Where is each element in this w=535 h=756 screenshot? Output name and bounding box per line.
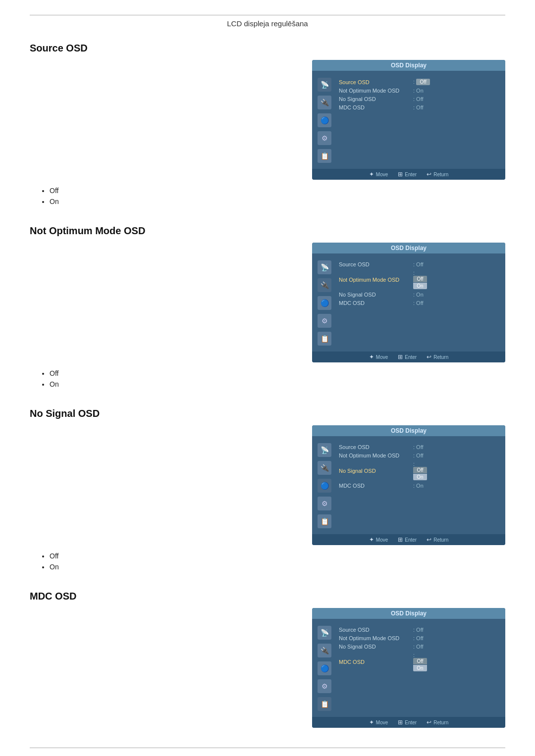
footer-enter-label-2: Enter <box>405 354 417 360</box>
section-not-optimum: Not Optimum Mode OSD OSD Display 📡 🔌 🔵 ⚙… <box>30 225 505 388</box>
off-val-notopt: Off <box>413 276 427 282</box>
enter-icon-3: ⊞ <box>398 536 403 543</box>
osd-footer-2: ✦ Move ⊞ Enter ↩ Return <box>312 352 505 362</box>
bullet-item-off-1: Off <box>50 187 505 195</box>
osd-title-bar-3: OSD Display <box>312 425 505 436</box>
move-icon-2: ✦ <box>369 353 374 360</box>
icon-doc-2: 📋 <box>318 332 331 346</box>
icon-tv-3: 📡 <box>318 443 331 457</box>
osd-menu-row-3-0: Source OSD : Off <box>339 444 501 450</box>
bullet-item-off-3: Off <box>50 552 505 560</box>
icon-doc-4: 📋 <box>318 697 331 711</box>
section-no-signal: No Signal OSD OSD Display 📡 🔌 🔵 ⚙ 📋 Sour… <box>30 408 505 571</box>
osd-value-notopt-4: : Off <box>413 635 424 641</box>
osd-title-bar-4: OSD Display <box>312 608 505 619</box>
osd-menu-row-2-3: MDC OSD : Off <box>339 300 501 306</box>
osd-value-source: : Off <box>413 79 430 85</box>
footer-move-1: ✦ Move <box>369 171 388 178</box>
return-icon-1: ↩ <box>427 171 431 178</box>
icon-doc-3: 📋 <box>318 514 331 528</box>
on-val-mdc: On <box>413 665 427 671</box>
return-icon-3: ↩ <box>427 536 431 543</box>
section-source-osd: Source OSD OSD Display 📡 🔌 🔵 ⚙ 📋 <box>30 43 505 205</box>
osd-menu-row-3: MDC OSD : Off <box>339 104 501 110</box>
footer-move-label-3: Move <box>376 537 388 543</box>
footer-return-4: ↩ Return <box>427 719 448 726</box>
osd-menu-row-4-0: Source OSD : Off <box>339 627 501 633</box>
bullet-list-1: Off On <box>40 187 505 205</box>
footer-enter-label-1: Enter <box>405 172 417 177</box>
icon-cable-1: 🔌 <box>318 96 331 109</box>
icon-circle-1: 🔵 <box>318 113 331 127</box>
footer-return-label-2: Return <box>433 354 448 360</box>
footer-move-label-1: Move <box>376 172 388 177</box>
osd-label-notopt-3: Not Optimum Mode OSD <box>339 453 413 458</box>
osd-panel-4: OSD Display 📡 🔌 🔵 ⚙ 📋 Source OSD : Off <box>312 608 505 728</box>
bullet-item-on-3: On <box>50 563 505 571</box>
move-icon-1: ✦ <box>369 171 374 178</box>
osd-menu-row-3-3: MDC OSD : On <box>339 483 501 489</box>
bullet-item-on-2: On <box>50 380 505 388</box>
osd-label-nosig-4: No Signal OSD <box>339 644 413 650</box>
osd-value-notopt-1: : On <box>413 88 424 94</box>
section-body-not-optimum: OSD Display 📡 🔌 🔵 ⚙ 📋 Source OSD : Off <box>30 243 505 362</box>
osd-menu-row-4-1: Not Optimum Mode OSD : Off <box>339 635 501 641</box>
section-heading-mdc-osd: MDC OSD <box>30 591 505 602</box>
osd-footer-3: ✦ Move ⊞ Enter ↩ Return <box>312 534 505 545</box>
osd-icons-3: 📡 🔌 🔵 ⚙ 📋 <box>312 441 337 530</box>
footer-return-label-4: Return <box>433 720 448 725</box>
section-heading-no-signal: No Signal OSD <box>30 408 505 419</box>
osd-label-mdc-2: MDC OSD <box>339 300 413 306</box>
osd-footer-4: ✦ Move ⊞ Enter ↩ Return <box>312 717 505 728</box>
icon-circle-3: 🔵 <box>318 479 331 493</box>
footer-enter-2: ⊞ Enter <box>398 353 417 360</box>
icon-doc-1: 📋 <box>318 149 331 163</box>
section-body-no-signal: OSD Display 📡 🔌 🔵 ⚙ 📋 Source OSD : Off <box>30 425 505 545</box>
icon-tv-1: 📡 <box>318 78 331 92</box>
icon-cable-3: 🔌 <box>318 461 331 475</box>
osd-icons-1: 📡 🔌 🔵 ⚙ 📋 <box>312 76 337 165</box>
osd-stack-mdc: OffOn <box>413 658 427 671</box>
osd-menu-row-3-1: Not Optimum Mode OSD : Off <box>339 453 501 458</box>
icon-circle-4: 🔵 <box>318 661 331 675</box>
osd-title-bar-1: OSD Display <box>312 60 505 71</box>
section-body-source-osd: OSD Display 📡 🔌 🔵 ⚙ 📋 Source OSD : Off <box>30 60 505 180</box>
enter-icon-2: ⊞ <box>398 353 403 360</box>
footer-move-label-4: Move <box>376 720 388 725</box>
return-icon-4: ↩ <box>427 719 431 726</box>
enter-icon-1: ⊞ <box>398 171 403 178</box>
return-icon-2: ↩ <box>427 353 431 360</box>
osd-menu-row-4-3: MDC OSD : OffOn <box>339 652 501 671</box>
bullet-list-3: Off On <box>40 552 505 571</box>
osd-value-source-2: : Off <box>413 261 424 267</box>
osd-content-1: 📡 🔌 🔵 ⚙ 📋 Source OSD : Off <box>312 71 505 165</box>
enter-icon-4: ⊞ <box>398 719 403 726</box>
osd-label-source-2: Source OSD <box>339 261 413 267</box>
osd-value-nosig-1: : Off <box>413 96 424 102</box>
icon-circle-2: 🔵 <box>318 296 331 310</box>
icon-cable-2: 🔌 <box>318 278 331 292</box>
osd-label-notopt-2: Not Optimum Mode OSD <box>339 277 413 283</box>
osd-footer-1: ✦ Move ⊞ Enter ↩ Return <box>312 169 505 180</box>
footer-return-2: ↩ Return <box>427 353 448 360</box>
osd-stack-notopt: OffOn <box>413 276 427 289</box>
osd-label-source: Source OSD <box>339 79 413 85</box>
osd-value-source-4: : Off <box>413 627 424 633</box>
bullet-item-off-2: Off <box>50 369 505 377</box>
osd-label-nosig-3: No Signal OSD <box>339 468 413 474</box>
osd-menu-row-2-1: Not Optimum Mode OSD : OffOn <box>339 270 501 289</box>
footer-return-label-1: Return <box>433 172 448 177</box>
footer-enter-label-3: Enter <box>405 537 417 543</box>
on-val-nosig: On <box>413 474 427 480</box>
page-container: LCD displeja regulēšana Source OSD OSD D… <box>0 15 535 748</box>
footer-enter-label-4: Enter <box>405 720 417 725</box>
osd-label-notopt-4: Not Optimum Mode OSD <box>339 635 413 641</box>
osd-label-mdc-4: MDC OSD <box>339 659 413 665</box>
section-heading-not-optimum: Not Optimum Mode OSD <box>30 225 505 237</box>
osd-menu-1: Source OSD : Off Not Optimum Mode OSD : … <box>337 76 505 165</box>
section-body-mdc-osd: OSD Display 📡 🔌 🔵 ⚙ 📋 Source OSD : Off <box>30 608 505 728</box>
osd-stack-nosig: OffOn <box>413 467 427 480</box>
bottom-rule <box>30 748 505 748</box>
footer-return-1: ↩ Return <box>427 171 448 178</box>
osd-panel-3: OSD Display 📡 🔌 🔵 ⚙ 📋 Source OSD : Off <box>312 425 505 545</box>
